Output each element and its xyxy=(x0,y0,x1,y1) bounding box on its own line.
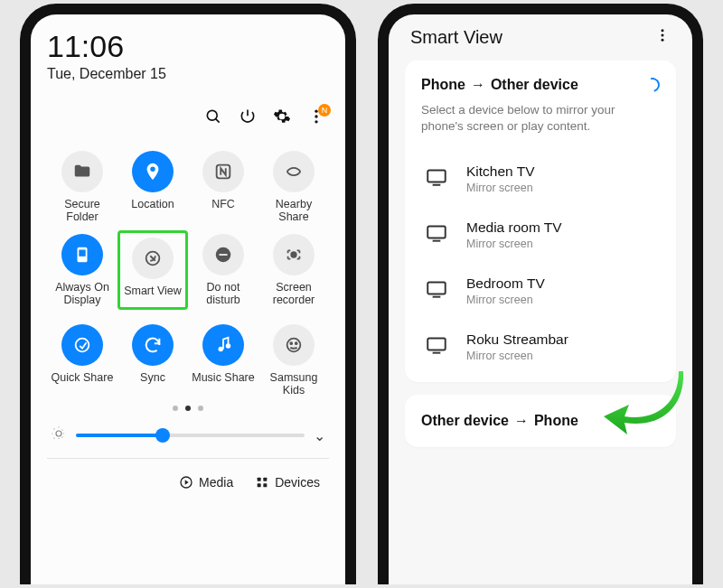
device-mode: Mirror screen xyxy=(466,350,568,362)
svg-rect-36 xyxy=(427,171,446,182)
quick-settings-panel: 11:06 Tue, December 15 N Secure FolderLo… xyxy=(20,4,356,584)
brightness-slider[interactable] xyxy=(76,434,305,437)
qs-toggle-label: Location xyxy=(131,198,174,225)
brightness-row: ⌄ xyxy=(47,425,329,445)
qs-toggle-label: Nearby Share xyxy=(262,198,325,225)
svg-point-16 xyxy=(290,342,292,344)
bottom-actions: Media Devices xyxy=(47,475,329,490)
phone-to-device-card: Phone → Other device Select a device bel… xyxy=(405,61,676,382)
qs-toggle-label: NFC xyxy=(211,198,235,225)
qs-toggle-nearby-share[interactable]: Nearby Share xyxy=(258,151,329,225)
device-item[interactable]: Media room TVMirror screen xyxy=(421,207,660,263)
device-item[interactable]: Roku StreambarMirror screen xyxy=(421,319,660,375)
qs-toggle-label: Samsung Kids xyxy=(262,371,325,398)
svg-rect-10 xyxy=(219,254,227,256)
device-name: Bedroom TV xyxy=(466,275,545,292)
qs-toggle-location[interactable]: Location xyxy=(117,151,188,225)
svg-rect-29 xyxy=(258,478,261,481)
media-button[interactable]: Media xyxy=(179,475,233,490)
mshare-icon xyxy=(202,324,244,366)
svg-point-35 xyxy=(662,39,664,42)
device-name: Roku Streambar xyxy=(466,331,568,348)
section-title: Phone → Other device xyxy=(421,77,660,93)
dnd-icon xyxy=(202,234,244,275)
search-icon[interactable] xyxy=(204,107,222,129)
device-name: Media room TV xyxy=(466,219,562,236)
qs-toggle-samsung-kids[interactable]: Samsung Kids xyxy=(258,324,329,398)
device-to-phone-card[interactable]: Other device → Phone xyxy=(405,395,676,447)
svg-point-33 xyxy=(662,29,664,32)
tv-icon xyxy=(425,221,448,248)
device-mode: Mirror screen xyxy=(466,238,562,250)
svg-marker-28 xyxy=(185,480,189,484)
smart-view-title: Smart View xyxy=(410,27,502,48)
quick-settings-grid: Secure FolderLocationNFCNearby ShareAlwa… xyxy=(47,151,329,398)
arrow-right-icon: → xyxy=(471,77,485,93)
qs-toggle-sync[interactable]: Sync xyxy=(117,324,188,398)
power-icon[interactable] xyxy=(239,107,257,129)
arrow-right-icon: → xyxy=(514,413,529,429)
qs-toggle-secure-folder[interactable]: Secure Folder xyxy=(47,151,117,225)
folder-icon xyxy=(61,151,103,192)
svg-point-14 xyxy=(226,343,231,349)
tv-icon xyxy=(425,165,448,192)
loading-spinner-icon xyxy=(643,75,662,95)
svg-point-34 xyxy=(662,34,664,37)
qs-toggle-nfc[interactable]: NFC xyxy=(188,151,258,225)
qs-toggle-smart-view[interactable]: Smart View xyxy=(117,234,188,315)
qs-toggle-label: Do not disturb xyxy=(192,281,255,308)
device-name: Kitchen TV xyxy=(466,163,535,180)
qs-toggle-dnd[interactable]: Do not disturb xyxy=(188,234,258,315)
svg-line-25 xyxy=(54,437,56,439)
kids-icon xyxy=(273,324,315,366)
divider xyxy=(47,458,329,459)
sync-icon xyxy=(132,324,174,366)
pin-icon xyxy=(132,151,174,192)
tv-icon xyxy=(425,333,448,360)
svg-point-11 xyxy=(291,252,296,257)
qs-toggle-label: Quick Share xyxy=(52,371,114,398)
svg-point-17 xyxy=(296,342,297,344)
smart-view-header: Smart View xyxy=(405,23,676,61)
svg-point-18 xyxy=(56,431,61,436)
page-indicator xyxy=(47,406,329,411)
toolbar: N xyxy=(47,107,329,129)
qs-toggle-music-share[interactable]: Music Share xyxy=(188,324,258,398)
qs-toggle-label: Always On Display xyxy=(51,281,114,308)
svg-rect-7 xyxy=(79,250,85,257)
nearby-icon xyxy=(273,151,315,192)
svg-point-4 xyxy=(315,120,317,123)
svg-rect-38 xyxy=(427,227,446,238)
tv-icon xyxy=(425,277,448,304)
svg-point-3 xyxy=(315,115,317,117)
smart-view-screen: Smart View Phone → Other device Select a… xyxy=(378,4,703,584)
device-mode: Mirror screen xyxy=(466,182,535,194)
device-item[interactable]: Kitchen TVMirror screen xyxy=(421,151,660,207)
aod-icon xyxy=(61,234,103,275)
more-icon[interactable] xyxy=(654,27,671,48)
svg-rect-31 xyxy=(258,483,261,487)
section-subtitle: Select a device below to mirror your pho… xyxy=(421,102,660,135)
svg-point-12 xyxy=(76,339,89,352)
qs-toggle-label: Screen recorder xyxy=(262,281,325,308)
device-list: Kitchen TVMirror screenMedia room TVMirr… xyxy=(421,151,660,375)
chevron-down-icon[interactable]: ⌄ xyxy=(314,427,325,444)
svg-point-0 xyxy=(207,110,217,120)
device-item[interactable]: Bedroom TVMirror screen xyxy=(421,263,660,319)
svg-line-24 xyxy=(62,437,64,439)
qs-toggle-always-on[interactable]: Always On Display xyxy=(47,234,117,315)
qs-toggle-label: Music Share xyxy=(192,371,254,398)
svg-rect-42 xyxy=(427,339,446,350)
nfc-icon xyxy=(202,151,244,192)
device-mode: Mirror screen xyxy=(466,294,545,306)
qs-toggle-label: Smart View xyxy=(124,285,182,312)
devices-button[interactable]: Devices xyxy=(255,475,320,490)
more-icon[interactable]: N xyxy=(307,107,325,129)
qs-toggle-quick-share[interactable]: Quick Share xyxy=(47,324,117,398)
gear-icon[interactable] xyxy=(273,107,291,129)
svg-rect-40 xyxy=(427,283,446,294)
cast-icon xyxy=(132,238,174,279)
qshare-icon xyxy=(61,324,103,366)
qs-toggle-screen-recorder[interactable]: Screen recorder xyxy=(258,234,329,315)
notification-badge: N xyxy=(318,104,331,117)
